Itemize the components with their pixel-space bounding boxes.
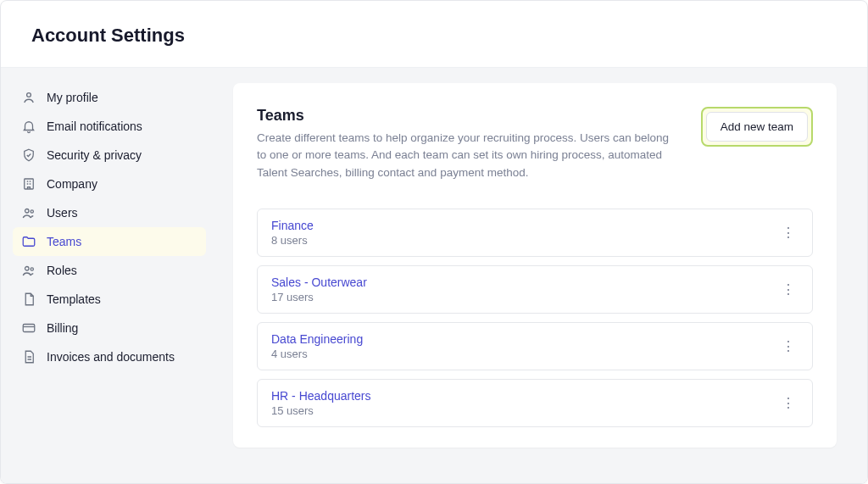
dots-vertical-icon: ⋮ [782, 395, 795, 411]
teams-card-header: Teams Create different teams to help org… [257, 107, 813, 181]
app-frame: Account Settings My profile Email notifi… [0, 0, 868, 484]
roles-icon [21, 263, 36, 278]
team-user-count: 4 users [271, 348, 363, 360]
sidebar-item-teams[interactable]: Teams [13, 227, 206, 256]
svg-rect-6 [23, 325, 35, 332]
settings-sidebar: My profile Email notifications Security … [1, 68, 218, 483]
dots-vertical-icon: ⋮ [782, 225, 795, 241]
folder-icon [21, 234, 36, 249]
sidebar-item-company[interactable]: Company [13, 170, 206, 198]
profile-icon [21, 90, 36, 105]
team-info: HR - Headquarters 15 users [271, 389, 371, 417]
teams-card: Teams Create different teams to help org… [233, 83, 837, 448]
teams-header-text: Teams Create different teams to help org… [257, 107, 681, 181]
sidebar-item-roles[interactable]: Roles [13, 256, 206, 285]
team-user-count: 17 users [271, 291, 367, 303]
section-title: Teams [257, 107, 681, 125]
sidebar-item-my-profile[interactable]: My profile [13, 83, 206, 112]
team-name[interactable]: HR - Headquarters [271, 389, 371, 403]
card-icon [21, 320, 36, 336]
team-list: Finance 8 users ⋮ Sales - Outerwear 17 u… [257, 209, 813, 427]
shield-icon [21, 147, 36, 163]
sidebar-item-label: Teams [47, 235, 81, 248]
page-body: My profile Email notifications Security … [1, 68, 867, 483]
document-icon [21, 292, 36, 307]
svg-point-4 [25, 267, 30, 271]
team-row[interactable]: Finance 8 users ⋮ [257, 209, 813, 257]
team-actions-menu-button[interactable]: ⋮ [778, 222, 798, 242]
team-info: Sales - Outerwear 17 users [271, 275, 367, 303]
sidebar-item-templates[interactable]: Templates [13, 285, 206, 314]
sidebar-item-security-privacy[interactable]: Security & privacy [13, 141, 206, 170]
sidebar-item-billing[interactable]: Billing [13, 314, 206, 342]
team-user-count: 8 users [271, 234, 314, 247]
sidebar-item-label: Billing [47, 321, 78, 335]
team-info: Data Engineering 4 users [271, 332, 363, 360]
team-actions-menu-button[interactable]: ⋮ [778, 336, 798, 356]
invoice-icon [21, 349, 36, 364]
main-content: Teams Create different teams to help org… [218, 68, 867, 483]
team-row[interactable]: Sales - Outerwear 17 users ⋮ [257, 265, 813, 314]
sidebar-item-label: Templates [47, 292, 101, 306]
team-actions-menu-button[interactable]: ⋮ [778, 279, 798, 299]
team-name[interactable]: Finance [271, 219, 314, 232]
team-actions-menu-button[interactable]: ⋮ [778, 392, 798, 413]
sidebar-item-label: Invoices and documents [47, 350, 175, 364]
sidebar-item-label: Security & privacy [47, 148, 142, 162]
team-name[interactable]: Data Engineering [271, 332, 363, 346]
building-icon [21, 176, 36, 192]
sidebar-item-label: My profile [47, 91, 98, 104]
bell-icon [21, 119, 36, 134]
sidebar-item-label: Roles [47, 264, 77, 277]
dots-vertical-icon: ⋮ [782, 281, 795, 298]
dots-vertical-icon: ⋮ [782, 338, 795, 354]
svg-point-3 [31, 210, 33, 213]
sidebar-item-invoices-documents[interactable]: Invoices and documents [13, 342, 206, 371]
sidebar-item-label: Email notifications [47, 120, 142, 133]
sidebar-item-users[interactable]: Users [13, 198, 206, 227]
team-info: Finance 8 users [271, 219, 314, 247]
sidebar-item-label: Users [47, 206, 78, 220]
team-row[interactable]: Data Engineering 4 users ⋮ [257, 322, 813, 370]
sidebar-item-label: Company [47, 177, 97, 191]
add-new-team-button[interactable]: Add new team [706, 112, 808, 142]
add-team-highlight: Add new team [701, 107, 813, 147]
team-user-count: 15 users [271, 404, 371, 417]
section-description: Create different teams to help organize … [257, 130, 681, 181]
team-name[interactable]: Sales - Outerwear [271, 275, 367, 289]
page-header: Account Settings [1, 1, 867, 68]
sidebar-item-email-notifications[interactable]: Email notifications [13, 112, 206, 141]
users-icon [21, 205, 36, 220]
svg-point-0 [27, 93, 31, 97]
svg-point-2 [25, 209, 30, 214]
svg-point-5 [31, 268, 33, 270]
page-title: Account Settings [31, 25, 837, 47]
team-row[interactable]: HR - Headquarters 15 users ⋮ [257, 379, 813, 427]
